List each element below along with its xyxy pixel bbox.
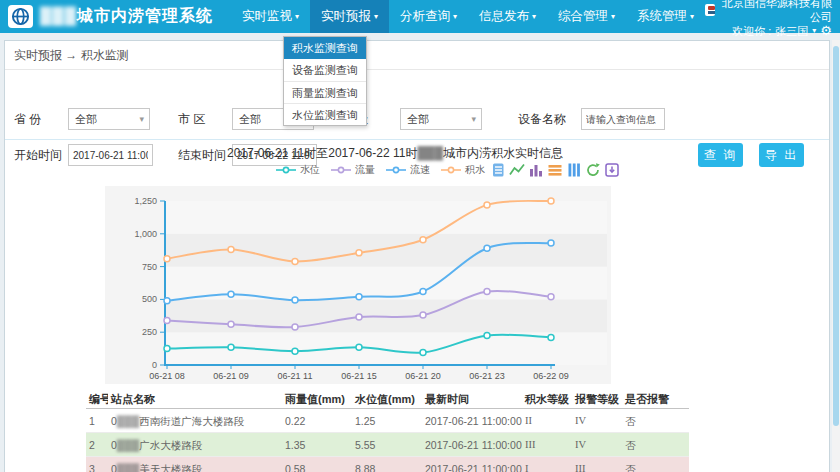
svg-text:0: 0 [152,360,157,370]
redacted-station-code: ███ [117,415,139,427]
dropdown-item-设备监测查询[interactable]: 设备监测查询 [284,59,366,81]
filter-section: 省 份 全部▾ 市 区 全部▾ 县 级 全部▾ 设备名称 开始时间 结束时间 查… [5,70,829,140]
legend-label: 流速 [410,163,430,177]
refresh-icon[interactable] [584,161,601,178]
chevron-down-icon: ▾ [471,109,476,129]
column-header: 雨量值(mm) [282,389,352,408]
app-logo [8,5,33,28]
main-content-card: 实时预报 → 积水监测 省 份 全部▾ 市 区 全部▾ 县 级 全部▾ 设备名称… [4,40,830,472]
app-title: ███城市内涝管理系统 [40,6,213,27]
latest-time: 2017-06-21 11:00:00 [422,409,522,432]
legend-item-积水[interactable]: 积水 [440,163,485,177]
row-no: 3 [86,457,108,472]
company-name: 北京国信华源科技有限公司 [719,0,832,24]
svg-text:06-21 08: 06-21 08 [149,371,185,381]
legend-marker-icon [385,165,407,175]
breadcrumb: 实时预报 → 积水监测 [5,41,829,70]
station-table: 编号站点名称雨量值(mm)水位值(mm)最新时间积水等级报警等级是否报警10██… [86,389,689,472]
dropdown-item-雨量监测查询[interactable]: 雨量监测查询 [284,81,366,103]
nav-item-系统管理[interactable]: 系统管理▾ [626,0,705,33]
line-chart-icon[interactable] [508,161,525,178]
nav-item-label: 实时监视 [242,9,292,23]
legend-item-水位[interactable]: 水位 [275,163,320,177]
station-name-text: 美天大楼路段 [139,463,202,472]
alarm-level: III [572,457,622,472]
redacted-city-name: ███ [417,146,443,160]
nav-item-label: 系统管理 [637,9,687,23]
city-label: 市 区 [178,108,205,130]
water-value: 1.25 [352,409,422,432]
chevron-down-icon: ▾ [374,12,378,21]
topbar-right: 北京国信华源科技有限公司 欢迎你 : 张三国▾ ⚙ [705,0,832,38]
data-view-icon[interactable] [489,161,506,178]
welcome-text: 欢迎你 : [732,24,771,38]
svg-text:06-21 15: 06-21 15 [341,371,377,381]
chevron-down-icon: ▾ [532,12,536,21]
device-name-label: 设备名称 [518,108,566,130]
table-row[interactable]: 20███广水大楼路段1.355.552017-06-21 11:00:00II… [86,433,689,457]
user-caret-icon[interactable]: ▾ [812,24,816,38]
rain-value: 0.22 [282,409,352,432]
station-code-prefix: 0 [111,415,117,427]
rain-value: 1.35 [282,433,352,456]
scrollbar-track[interactable] [832,40,840,472]
column-header: 积水等级 [522,389,572,408]
svg-text:06-21 20: 06-21 20 [405,371,441,381]
nav-item-label: 实时预报 [321,9,371,23]
chevron-down-icon: ▾ [453,12,457,21]
station-name-text: 西南街道广海大楼路段 [139,415,244,427]
water-value: 8.88 [352,457,422,472]
legend-item-流速[interactable]: 流速 [385,163,430,177]
nav-item-label: 分析查询 [400,9,450,23]
column-header: 站点名称 [108,389,282,408]
realtime-forecast-dropdown: 积水监测查询设备监测查询雨量监测查询水位监测查询 [283,36,367,126]
rain-value: 0.58 [282,457,352,472]
latest-time: 2017-06-21 11:00:00 [422,433,522,456]
svg-text:1,250: 1,250 [134,196,157,206]
dropdown-item-积水监测查询[interactable]: 积水监测查询 [284,37,366,59]
table-row[interactable]: 30███美天大楼路段0.588.882017-06-21 11:00:00II… [86,457,689,472]
latest-time: 2017-06-21 11:00:00 [422,457,522,472]
water-value: 5.55 [352,433,422,456]
username-menu[interactable]: 张三国 [775,24,808,38]
svg-text:1,000: 1,000 [134,229,157,239]
nav-item-分析查询[interactable]: 分析查询▾ [389,0,468,33]
chart-section: 2017-06-21 11时至2017-06-22 11时███城市内涝积水实时… [5,140,829,388]
flood-level: II [522,409,572,432]
svg-text:750: 750 [142,262,157,272]
topbar: ███城市内涝管理系统 实时监视▾实时预报▾分析查询▾信息发布▾综合管理▾系统管… [0,0,840,33]
station-name: 0███美天大楼路段 [108,457,282,472]
tiled-icon[interactable] [565,161,582,178]
legend-label: 积水 [465,163,485,177]
save-image-icon[interactable] [603,161,620,178]
nav-item-实时监视[interactable]: 实时监视▾ [231,0,310,33]
legend-marker-icon [330,165,352,175]
flood-level: III [522,433,572,456]
redacted-city-name: ███ [40,7,77,24]
settings-gear-icon[interactable]: ⚙ [820,24,832,37]
dropdown-item-水位监测查询[interactable]: 水位监测查询 [284,103,366,125]
legend-label: 流量 [355,163,375,177]
nav-item-实时预报[interactable]: 实时预报▾ [310,0,389,33]
legend-item-流量[interactable]: 流量 [330,163,375,177]
scrollbar-thumb[interactable] [833,46,839,426]
svg-text:06-21 09: 06-21 09 [213,371,249,381]
chart-title: 2017-06-21 11时至2017-06-22 11时███城市内涝积水实时… [105,145,685,162]
province-select[interactable]: 全部▾ [68,108,150,130]
legend-marker-icon [275,165,297,175]
chevron-down-icon: ▾ [295,12,299,21]
chart-toolbox [489,161,620,178]
redacted-station-code: ███ [117,439,139,451]
device-name-input[interactable] [581,108,665,130]
province-label: 省 份 [14,108,41,130]
county-select[interactable]: 全部▾ [400,108,482,130]
nav-item-综合管理[interactable]: 综合管理▾ [547,0,626,33]
table-row[interactable]: 10███西南街道广海大楼路段0.221.252017-06-21 11:00:… [86,409,689,433]
stack-icon[interactable] [546,161,563,178]
line-chart: 02505007501,0001,25006-21 0806-21 0906-2… [105,186,611,384]
alarm-level: IV [572,409,622,432]
nav-item-信息发布[interactable]: 信息发布▾ [468,0,547,33]
nav-item-label: 信息发布 [479,9,529,23]
bar-chart-icon[interactable] [527,161,544,178]
column-header: 编号 [86,389,108,408]
